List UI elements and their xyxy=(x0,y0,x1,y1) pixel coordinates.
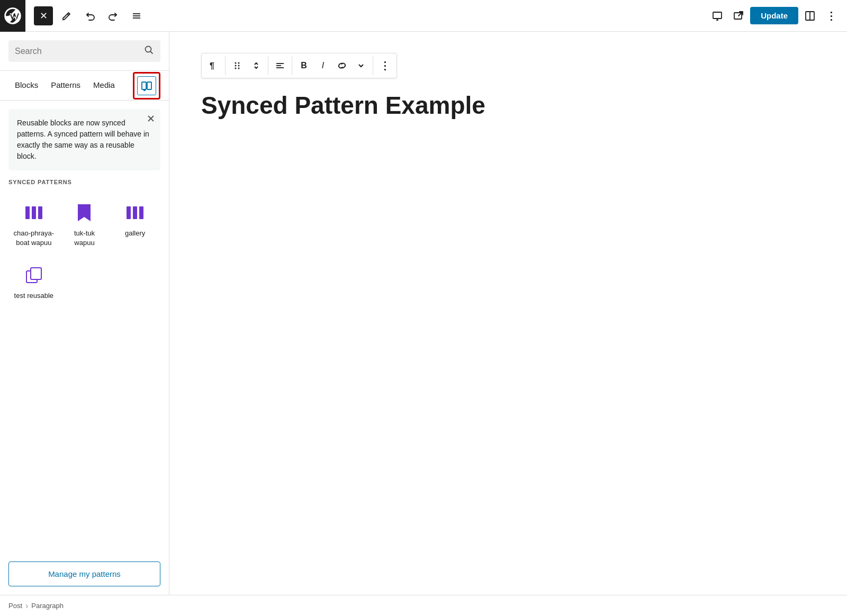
wp-logo[interactable] xyxy=(0,0,25,32)
external-link-button[interactable] xyxy=(729,6,748,25)
drag-icon xyxy=(232,60,242,71)
svg-point-29 xyxy=(238,65,240,67)
manage-patterns-button[interactable]: Manage my patterns xyxy=(8,561,160,586)
italic-button[interactable]: I xyxy=(313,56,332,75)
more-icon: ⋮ xyxy=(826,10,837,22)
redo-button[interactable] xyxy=(104,6,123,25)
pattern-label: gallery xyxy=(125,229,145,238)
layout-icon xyxy=(804,10,816,22)
align-button[interactable] xyxy=(271,56,290,75)
synced-pattern-tab-button[interactable] xyxy=(133,72,160,99)
svg-point-9 xyxy=(146,47,151,52)
pencil-button[interactable] xyxy=(57,6,76,25)
synced-pattern-icon xyxy=(137,76,156,95)
svg-line-10 xyxy=(151,52,153,54)
breadcrumb-separator: › xyxy=(25,601,28,611)
close-button[interactable]: ✕ xyxy=(34,6,53,25)
pattern-icon-bookmark xyxy=(74,202,95,223)
svg-rect-18 xyxy=(32,206,36,219)
tabs-row: Blocks Patterns Media xyxy=(0,71,169,101)
link-button[interactable] xyxy=(332,56,352,75)
info-box: Reusable blocks are now synced patterns.… xyxy=(8,109,160,170)
synced-patterns-heading: SYNCED PATTERNS xyxy=(0,179,169,189)
sidebar: Blocks Patterns Media Reusable blocks ar… xyxy=(0,32,169,595)
bold-icon: B xyxy=(301,61,307,70)
svg-text:¶: ¶ xyxy=(210,61,214,70)
svg-rect-20 xyxy=(127,206,131,219)
svg-rect-11 xyxy=(142,82,146,89)
info-close-button[interactable] xyxy=(147,114,155,125)
pattern-grid: chao-phraya-boat wapuu tuk-tuk wapuu xyxy=(0,189,169,318)
editor-area: ¶ xyxy=(169,32,847,595)
undo-icon xyxy=(85,11,95,21)
svg-rect-3 xyxy=(713,12,722,19)
bt-group-format: B I xyxy=(292,56,373,75)
layout-button[interactable] xyxy=(800,6,819,25)
pattern-icon-columns3 xyxy=(23,202,44,223)
align-icon xyxy=(275,60,285,71)
undo-button[interactable] xyxy=(80,6,100,25)
top-toolbar: ✕ xyxy=(0,0,847,32)
svg-rect-17 xyxy=(25,206,30,219)
info-text: Reusable blocks are now synced patterns.… xyxy=(17,119,149,160)
search-icon xyxy=(143,44,154,58)
tab-media[interactable]: Media xyxy=(87,71,121,101)
bt-group-align xyxy=(268,56,292,75)
svg-point-28 xyxy=(235,65,237,67)
pattern-label: test reusable xyxy=(14,291,53,301)
svg-rect-19 xyxy=(38,206,42,219)
svg-rect-21 xyxy=(133,206,137,219)
list-view-button[interactable] xyxy=(127,6,146,25)
close-icon xyxy=(147,114,155,123)
italic-icon: I xyxy=(322,61,324,70)
paragraph-icon: ¶ xyxy=(208,60,219,71)
pattern-item-test-reusable[interactable]: test reusable xyxy=(8,256,59,309)
tab-patterns[interactable]: Patterns xyxy=(44,71,87,101)
breadcrumb-paragraph[interactable]: Paragraph xyxy=(31,602,64,610)
svg-point-26 xyxy=(235,62,237,64)
bt-group-move xyxy=(226,56,268,75)
pattern-item-tuk-tuk[interactable]: tuk-tuk wapuu xyxy=(59,194,110,256)
chevron-down-icon xyxy=(356,61,366,70)
breadcrumb-post[interactable]: Post xyxy=(8,602,22,610)
toolbar-right: Update ⋮ xyxy=(708,6,841,25)
pattern-label: tuk-tuk wapuu xyxy=(64,229,106,248)
bt-group-options: ⋮ xyxy=(373,56,397,75)
pattern-icon-reusable xyxy=(23,265,44,286)
search-input-wrap[interactable] xyxy=(8,40,160,62)
bold-button[interactable]: B xyxy=(294,56,313,75)
bt-group-type: ¶ xyxy=(202,56,226,75)
svg-rect-22 xyxy=(139,206,143,219)
svg-point-30 xyxy=(235,68,237,69)
list-icon xyxy=(131,11,142,21)
more-options-button[interactable]: ⋮ xyxy=(822,6,841,25)
move-button[interactable] xyxy=(247,56,266,75)
search-bar xyxy=(0,32,169,71)
redo-icon xyxy=(108,11,119,21)
link-icon xyxy=(337,60,347,71)
svg-rect-24 xyxy=(31,268,41,279)
more-format-button[interactable] xyxy=(352,56,371,75)
post-title[interactable]: Synced Pattern Example xyxy=(201,91,815,120)
drag-button[interactable] xyxy=(228,56,247,75)
move-icon xyxy=(251,60,262,71)
preview-icon xyxy=(711,10,723,22)
paragraph-type-button[interactable]: ¶ xyxy=(204,56,223,75)
preview-button[interactable] xyxy=(708,6,727,25)
pattern-item-gallery[interactable]: gallery xyxy=(110,194,160,256)
external-icon xyxy=(733,10,744,22)
block-toolbar: ¶ xyxy=(201,53,397,78)
tab-blocks[interactable]: Blocks xyxy=(8,71,44,101)
svg-point-31 xyxy=(238,68,240,69)
svg-point-27 xyxy=(238,62,240,64)
block-options-button[interactable]: ⋮ xyxy=(375,56,394,75)
pattern-icon-gallery xyxy=(124,202,146,223)
svg-rect-12 xyxy=(147,82,151,89)
manage-btn-wrap: Manage my patterns xyxy=(0,553,169,595)
pattern-label: chao-phraya-boat wapuu xyxy=(14,229,55,248)
pattern-item-chao-phraya[interactable]: chao-phraya-boat wapuu xyxy=(8,194,59,256)
pencil-icon xyxy=(61,11,72,21)
update-button[interactable]: Update xyxy=(750,7,798,24)
status-bar: Post › Paragraph xyxy=(0,595,847,616)
search-input[interactable] xyxy=(15,47,143,56)
